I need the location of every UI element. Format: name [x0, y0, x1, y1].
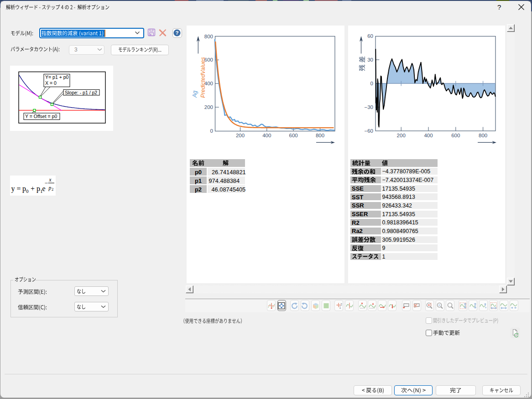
svg-text:600: 600	[451, 133, 460, 138]
svg-text:60: 60	[367, 33, 373, 39]
svg-text:400: 400	[424, 133, 433, 138]
svg-text:Ag: Ag	[192, 91, 198, 98]
svg-text:−: −	[45, 180, 48, 187]
svg-text:0: 0	[26, 188, 29, 194]
svg-text:2: 2	[340, 302, 342, 306]
svg-text:200: 200	[204, 104, 213, 110]
svg-text:0: 0	[370, 81, 373, 86]
svg-text:PredictedValues: PredictedValues	[200, 57, 206, 98]
svg-text:200: 200	[236, 133, 245, 138]
svg-text:Y= p1 + p0: Y= p1 + p0	[45, 74, 69, 80]
svg-text:x: x	[49, 177, 52, 182]
svg-text:800: 800	[479, 133, 487, 138]
svg-text:30: 30	[367, 57, 373, 62]
svg-text:400: 400	[262, 133, 271, 138]
svg-text:Y = Offset = p0: Y = Offset = p0	[25, 114, 57, 119]
svg-text:800: 800	[316, 133, 324, 138]
svg-text:p: p	[37, 185, 40, 193]
svg-text:200: 200	[397, 133, 406, 138]
svg-text:2: 2	[52, 187, 53, 192]
svg-text:1: 1	[339, 306, 341, 309]
svg-text:+: +	[31, 185, 35, 192]
svg-text:p: p	[48, 185, 52, 191]
svg-text:X = 0: X = 0	[45, 80, 57, 86]
svg-text:Slope: - p1 / p2: Slope: - p1 / p2	[65, 90, 97, 95]
svg-text:?: ?	[175, 30, 178, 36]
svg-text:=: =	[17, 185, 21, 192]
svg-text:600: 600	[289, 133, 298, 138]
svg-text:−60: −60	[364, 128, 373, 134]
svg-text:y: y	[11, 185, 15, 193]
svg-text:−30: −30	[364, 104, 373, 110]
svg-text:0: 0	[210, 128, 213, 134]
svg-text:800: 800	[204, 34, 213, 39]
svg-text:p: p	[22, 185, 26, 193]
